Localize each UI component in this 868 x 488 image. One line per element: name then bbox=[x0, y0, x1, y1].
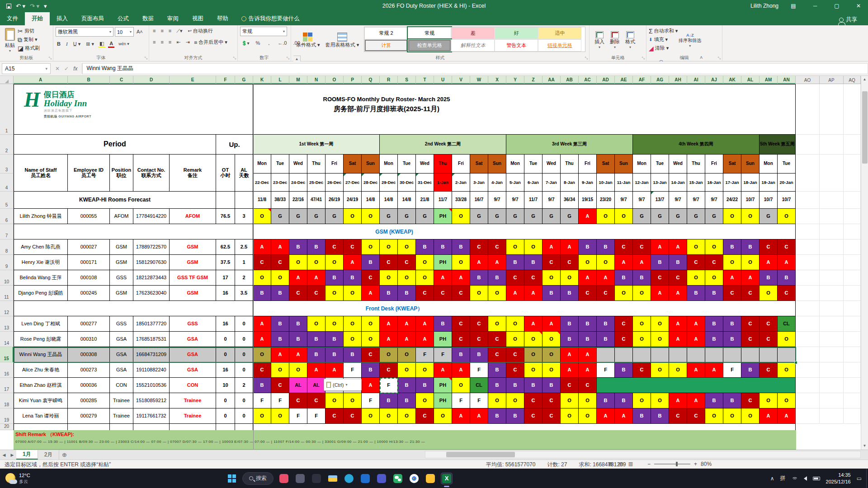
sort-filter-button[interactable]: A↓Z排序和筛选▾ bbox=[678, 27, 702, 54]
ot-cell[interactable]: 17 bbox=[216, 270, 235, 286]
shift-cell[interactable]: B bbox=[271, 332, 289, 347]
shift-cell[interactable]: C bbox=[524, 393, 542, 408]
date-header-cell[interactable]: 3-Jan bbox=[470, 174, 488, 192]
shift-cell[interactable]: O bbox=[326, 286, 344, 301]
qat-more-icon[interactable]: ▾ bbox=[44, 3, 47, 9]
shift-cell[interactable]: A bbox=[542, 316, 561, 332]
date-header-cell[interactable]: 26-Dec bbox=[326, 174, 344, 192]
shift-cell[interactable]: A bbox=[579, 362, 597, 378]
forecast-cell[interactable]: 14/8 bbox=[362, 192, 380, 209]
forecast-cell[interactable]: 19/15 bbox=[579, 192, 597, 209]
forecast-cell[interactable]: 11/7 bbox=[434, 192, 452, 209]
shift-cell[interactable]: C bbox=[271, 255, 289, 270]
shift-cell[interactable]: B bbox=[506, 408, 524, 424]
empty-cell[interactable] bbox=[235, 192, 253, 209]
column-header-W[interactable]: W bbox=[470, 76, 488, 84]
employee-id-cell[interactable]: 000036 bbox=[68, 378, 110, 393]
zoom-slider[interactable] bbox=[654, 464, 690, 465]
shift-cell[interactable]: A bbox=[760, 408, 778, 424]
section-left-cell[interactable] bbox=[14, 301, 253, 316]
shift-cell[interactable]: G bbox=[307, 209, 326, 224]
shift-cell[interactable]: O bbox=[380, 270, 398, 286]
contact-cell[interactable]: 17623623040 bbox=[133, 286, 170, 301]
paste-button[interactable]: 粘贴▾ bbox=[2, 27, 18, 54]
shift-cell[interactable]: O bbox=[398, 239, 416, 255]
shift-cell[interactable]: O bbox=[344, 393, 362, 408]
shift-cell[interactable]: C bbox=[705, 255, 723, 270]
position-cell[interactable]: GSS bbox=[110, 316, 133, 332]
shift-cell[interactable]: C bbox=[488, 332, 506, 347]
shift-cell[interactable]: O bbox=[470, 286, 488, 301]
column-header-AA[interactable]: AA bbox=[542, 76, 561, 84]
week-band-5th Week 第五周[interactable]: 5th Week 第五周 bbox=[760, 135, 796, 155]
day-header-cell[interactable]: Fri bbox=[579, 155, 597, 174]
ot-cell[interactable]: 76.5 bbox=[216, 209, 235, 224]
empty-cell[interactable] bbox=[820, 84, 844, 135]
position-cell[interactable]: Trainee bbox=[110, 408, 133, 424]
shift-cell[interactable]: A bbox=[687, 362, 705, 378]
row-header-8[interactable]: 8 bbox=[0, 239, 14, 255]
column-header-AO[interactable]: AO bbox=[796, 76, 820, 84]
date-header-cell[interactable]: 18-Jan bbox=[741, 174, 760, 192]
format-painter-button[interactable]: ◪格式刷 bbox=[18, 44, 40, 52]
shift-cell[interactable]: A bbox=[542, 239, 561, 255]
contact-cell[interactable]: 18212873443 bbox=[133, 270, 170, 286]
shift-cell[interactable]: O bbox=[561, 393, 579, 408]
horizontal-scrollbar-thumb[interactable] bbox=[446, 452, 515, 457]
notification-icon[interactable]: ▭ bbox=[857, 475, 862, 482]
shift-cell[interactable]: A bbox=[579, 270, 597, 286]
forecast-cell[interactable]: 9/7 bbox=[542, 192, 561, 209]
shift-cell[interactable]: A bbox=[669, 239, 687, 255]
column-header-A[interactable]: A bbox=[14, 76, 68, 84]
forecast-cell[interactable]: 9/7 bbox=[615, 192, 633, 209]
day-header-cell[interactable]: Thu bbox=[307, 155, 326, 174]
column-header-M[interactable]: M bbox=[289, 76, 307, 84]
empty-cell[interactable] bbox=[820, 155, 844, 192]
forecast-cell[interactable]: 38/33 bbox=[271, 192, 289, 209]
ot-cell[interactable]: 10 bbox=[216, 378, 235, 393]
outlook-app-icon[interactable] bbox=[359, 473, 371, 484]
shift-cell[interactable]: O bbox=[271, 270, 289, 286]
shift-cell[interactable]: O bbox=[253, 347, 271, 362]
dark-app-icon[interactable] bbox=[311, 473, 322, 484]
format-button[interactable]: 格式▾ bbox=[623, 27, 638, 54]
shift-cell[interactable]: O bbox=[452, 378, 470, 393]
position-cell[interactable]: GSA bbox=[110, 332, 133, 347]
shift-cell[interactable]: C bbox=[362, 347, 380, 362]
shift-cell[interactable]: B bbox=[615, 393, 633, 408]
shift-cell[interactable]: A bbox=[524, 316, 542, 332]
shift-cell[interactable]: F bbox=[362, 393, 380, 408]
shift-cell[interactable]: F bbox=[271, 393, 289, 408]
ot-cell[interactable]: 37.5 bbox=[216, 255, 235, 270]
shift-cell[interactable]: A bbox=[561, 362, 579, 378]
staff-name-cell[interactable]: Winni Wang 王晶晶 bbox=[14, 347, 68, 362]
conditional-formatting-button[interactable]: 条件格式 ▾ bbox=[293, 27, 323, 54]
shift-cell[interactable]: O bbox=[398, 270, 416, 286]
styles-group-dialog-launcher-icon[interactable]: ⤡ bbox=[585, 56, 588, 61]
staff-name-cell[interactable]: Henry Xie 谢沃明 bbox=[14, 255, 68, 270]
empty-cell[interactable] bbox=[844, 135, 861, 155]
shift-cell[interactable]: C bbox=[506, 347, 524, 362]
shift-cell[interactable]: O bbox=[633, 286, 651, 301]
column-header-AI[interactable]: AI bbox=[687, 76, 705, 84]
day-header-cell[interactable]: Thu bbox=[687, 155, 705, 174]
shift-cell[interactable]: O bbox=[416, 255, 434, 270]
week-band-3rd Week 第三周[interactable]: 3rd Week 第三周 bbox=[506, 135, 633, 155]
date-header-cell[interactable]: 20-Jan bbox=[778, 174, 796, 192]
left-header-cell[interactable]: Employee ID 员工号 bbox=[68, 155, 110, 192]
row-header-1[interactable]: 1 bbox=[0, 84, 14, 135]
horizontal-scrollbar[interactable] bbox=[425, 451, 861, 458]
shift-cell[interactable]: A bbox=[778, 255, 796, 270]
row-header-18[interactable]: 18 bbox=[0, 393, 14, 408]
shift-cell[interactable]: A bbox=[289, 270, 307, 286]
shift-cell[interactable]: O bbox=[271, 408, 289, 424]
shift-cell[interactable]: F bbox=[434, 347, 452, 362]
shift-cell[interactable]: O bbox=[362, 209, 380, 224]
shift-cell[interactable]: B bbox=[579, 316, 597, 332]
left-header-cell[interactable]: Name of Staff 员工姓名 bbox=[14, 155, 68, 192]
shift-cell[interactable]: O bbox=[561, 270, 579, 286]
shift-cell[interactable]: O bbox=[542, 332, 561, 347]
shift-cell[interactable]: B bbox=[579, 239, 597, 255]
column-header-O[interactable]: O bbox=[326, 76, 344, 84]
shift-cell[interactable]: O bbox=[253, 209, 271, 224]
